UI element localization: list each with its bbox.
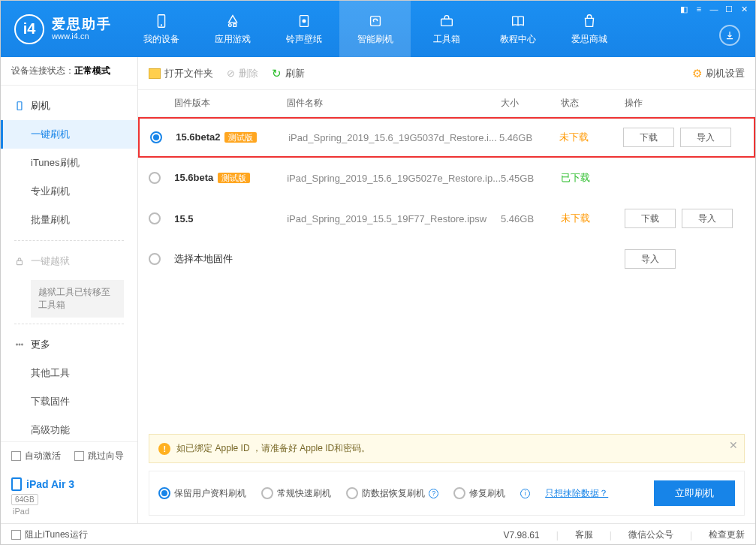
download-button[interactable]: 下载 bbox=[623, 128, 674, 147]
nav-label: 教程中心 bbox=[500, 33, 536, 46]
erase-only-link[interactable]: 只想抹除数据？ bbox=[545, 487, 608, 500]
table-row[interactable]: 15.6beta测试版 iPad_Spring_2019_15.6_19G502… bbox=[138, 158, 755, 198]
nav-label: 我的设备 bbox=[143, 33, 179, 46]
folder-icon bbox=[149, 68, 161, 79]
check-update-link[interactable]: 检查更新 bbox=[709, 528, 745, 541]
opt-keep-data[interactable]: 保留用户资料刷机 bbox=[158, 487, 246, 500]
notice-close-icon[interactable]: ✕ bbox=[729, 439, 738, 451]
toolbox-icon bbox=[438, 12, 456, 30]
svg-point-12 bbox=[22, 344, 23, 345]
svg-point-10 bbox=[17, 344, 18, 345]
opt-normal-flash[interactable]: 常规快速刷机 bbox=[261, 487, 331, 500]
version-label: V7.98.61 bbox=[504, 530, 540, 540]
sidebar-item-other-tools[interactable]: 其他工具 bbox=[1, 359, 137, 387]
nav-flash[interactable]: 智能刷机 bbox=[339, 1, 411, 57]
download-indicator-icon[interactable] bbox=[719, 25, 740, 46]
row-radio[interactable] bbox=[149, 172, 161, 184]
delete-icon: ⊘ bbox=[227, 68, 235, 79]
auto-activate-checkbox[interactable]: 自动激活 bbox=[11, 450, 61, 462]
sidebar-group-flash[interactable]: 刷机 bbox=[1, 92, 137, 120]
maximize-icon[interactable]: ☐ bbox=[722, 4, 736, 14]
flash-now-button[interactable]: 立即刷机 bbox=[654, 480, 735, 506]
flash-settings-button[interactable]: ⚙ 刷机设置 bbox=[692, 67, 745, 80]
nav-label: 工具箱 bbox=[433, 33, 460, 46]
svg-point-5 bbox=[303, 20, 306, 23]
book-icon bbox=[509, 12, 527, 30]
footer: 阻止iTunes运行 V7.98.61 | 客服 | 微信公众号 | 检查更新 bbox=[1, 523, 755, 545]
phone-icon bbox=[152, 12, 170, 30]
sidebar-item-itunes-flash[interactable]: iTunes刷机 bbox=[1, 149, 137, 177]
opt-repair-flash[interactable]: 修复刷机 bbox=[453, 487, 505, 500]
block-itunes-checkbox[interactable]: 阻止iTunes运行 bbox=[11, 528, 88, 541]
import-button[interactable]: 导入 bbox=[682, 209, 733, 228]
device-info[interactable]: iPad Air 3 64GB iPad bbox=[1, 470, 137, 523]
nav-store[interactable]: 爱思商城 bbox=[553, 1, 625, 57]
toolbar: 打开文件夹 ⊘ 删除 ↻ 刷新 ⚙ 刷机设置 bbox=[138, 57, 755, 90]
app-title: 爱思助手 bbox=[52, 17, 112, 32]
skip-guide-checkbox[interactable]: 跳过向导 bbox=[74, 450, 124, 462]
warning-icon: ! bbox=[158, 443, 170, 455]
svg-rect-6 bbox=[370, 17, 380, 26]
svg-rect-3 bbox=[233, 24, 236, 27]
storage-badge: 64GB bbox=[11, 494, 38, 505]
flash-options: 保留用户资料刷机 常规快速刷机 防数据恢复刷机? 修复刷机 i 只想抹除数据？ … bbox=[149, 471, 745, 516]
jailbreak-note: 越狱工具已转移至工具箱 bbox=[31, 280, 124, 318]
close-icon[interactable]: ✕ bbox=[737, 4, 751, 14]
sidebar-item-advanced[interactable]: 高级功能 bbox=[1, 416, 137, 441]
opt-anti-recovery[interactable]: 防数据恢复刷机? bbox=[346, 487, 438, 500]
app-url: www.i4.cn bbox=[52, 32, 112, 41]
window-controls: ◧ ≡ — ☐ ✕ bbox=[677, 4, 751, 14]
svg-point-11 bbox=[19, 344, 20, 345]
nav-ringtones[interactable]: 铃声壁纸 bbox=[268, 1, 339, 57]
wechat-link[interactable]: 微信公众号 bbox=[628, 528, 673, 541]
beta-badge: 测试版 bbox=[224, 132, 257, 143]
import-button[interactable]: 导入 bbox=[680, 128, 731, 147]
table-header: 固件版本 固件名称 大小 状态 操作 bbox=[138, 90, 755, 117]
nav-my-device[interactable]: 我的设备 bbox=[125, 1, 197, 57]
nav-toolbox[interactable]: 工具箱 bbox=[411, 1, 482, 57]
minimize-icon[interactable]: — bbox=[707, 4, 721, 14]
sidebar-item-download-firmware[interactable]: 下载固件 bbox=[1, 387, 137, 416]
delete-button[interactable]: ⊘ 删除 bbox=[227, 67, 258, 80]
table-row[interactable]: 15.5 iPad_Spring_2019_15.5_19F77_Restore… bbox=[138, 198, 755, 239]
info-icon[interactable]: ? bbox=[429, 489, 438, 498]
row-radio[interactable] bbox=[149, 212, 161, 224]
svg-point-1 bbox=[161, 25, 161, 26]
nav-label: 智能刷机 bbox=[357, 33, 393, 46]
logo: i4 爱思助手 www.i4.cn bbox=[1, 14, 125, 44]
connection-status: 设备连接状态：正常模式 bbox=[1, 57, 137, 86]
svg-rect-7 bbox=[441, 19, 452, 26]
info-icon[interactable]: i bbox=[520, 489, 530, 498]
music-icon bbox=[295, 12, 313, 30]
firmware-table: 15.6beta2测试版 iPad_Spring_2019_15.6_19G50… bbox=[138, 117, 755, 279]
content-area: 打开文件夹 ⊘ 删除 ↻ 刷新 ⚙ 刷机设置 固件版本 固件名称 大小 状态 操… bbox=[138, 57, 755, 523]
import-button[interactable]: 导入 bbox=[625, 249, 676, 269]
sidebar-item-batch-flash[interactable]: 批量刷机 bbox=[1, 206, 137, 234]
support-link[interactable]: 客服 bbox=[575, 528, 593, 541]
download-button[interactable]: 下载 bbox=[625, 209, 676, 228]
nav-label: 爱思商城 bbox=[571, 33, 607, 46]
row-radio[interactable] bbox=[149, 253, 161, 265]
sidebar-item-pro-flash[interactable]: 专业刷机 bbox=[1, 177, 137, 206]
logo-icon: i4 bbox=[14, 14, 44, 44]
main-nav: 我的设备 应用游戏 铃声壁纸 智能刷机 工具箱 教程中心 爱思商城 bbox=[125, 1, 625, 57]
ipad-icon bbox=[11, 477, 22, 491]
sidebar-item-oneclick-flash[interactable]: 一键刷机 bbox=[1, 120, 137, 149]
svg-rect-9 bbox=[17, 260, 23, 264]
table-row[interactable]: 15.6beta2测试版 iPad_Spring_2019_15.6_19G50… bbox=[138, 117, 755, 158]
local-firmware-row[interactable]: 选择本地固件 导入 bbox=[138, 239, 755, 279]
app-header: i4 爱思助手 www.i4.cn 我的设备 应用游戏 铃声壁纸 智能刷机 工具… bbox=[1, 1, 755, 57]
nav-apps[interactable]: 应用游戏 bbox=[197, 1, 268, 57]
sidebar: 设备连接状态：正常模式 刷机 一键刷机 iTunes刷机 专业刷机 批量刷机 一… bbox=[1, 57, 138, 523]
refresh-button[interactable]: ↻ 刷新 bbox=[272, 67, 305, 80]
open-folder-button[interactable]: 打开文件夹 bbox=[149, 67, 213, 80]
menu-icon[interactable]: ≡ bbox=[692, 4, 706, 14]
apps-icon bbox=[224, 12, 242, 30]
nav-tutorials[interactable]: 教程中心 bbox=[482, 1, 553, 57]
svg-point-2 bbox=[228, 24, 231, 27]
sidebar-group-more[interactable]: 更多 bbox=[1, 330, 137, 359]
row-radio[interactable] bbox=[150, 131, 162, 143]
skin-icon[interactable]: ◧ bbox=[677, 4, 691, 14]
beta-badge: 测试版 bbox=[218, 173, 250, 183]
apple-id-notice: ! 如已绑定 Apple ID ，请准备好 Apple ID和密码。 ✕ bbox=[149, 434, 745, 463]
